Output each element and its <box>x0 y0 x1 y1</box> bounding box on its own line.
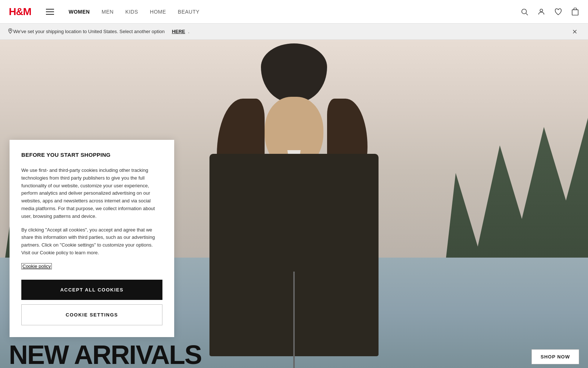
header-icons <box>520 8 579 16</box>
model-figure <box>206 40 382 356</box>
shipping-banner: We've set your shipping location to Unit… <box>0 24 588 40</box>
cookie-modal-title: BEFORE YOU START SHOPPING <box>21 152 162 158</box>
svg-point-4 <box>10 29 11 31</box>
wishlist-icon[interactable] <box>554 8 562 16</box>
site-header: H&M WOMEN MEN KIDS HOME BEAUTY <box>0 0 588 24</box>
svg-point-2 <box>540 9 542 11</box>
cookie-body-paragraph-2: By clicking "Accept all cookies", you ac… <box>21 226 162 257</box>
nav-item-home[interactable]: HOME <box>150 9 166 15</box>
nav-item-men[interactable]: MEN <box>101 9 114 15</box>
hm-logo[interactable]: H&M <box>9 6 31 18</box>
shipping-location-link[interactable]: HERE <box>172 29 185 34</box>
main-navigation: WOMEN MEN KIDS HOME BEAUTY <box>69 9 520 15</box>
cart-icon[interactable] <box>571 8 579 16</box>
model-jacket <box>209 154 379 356</box>
nav-item-kids[interactable]: KIDS <box>125 9 138 15</box>
svg-line-1 <box>526 13 528 15</box>
cookie-settings-button[interactable]: COOKIE SETTINGS <box>21 304 162 325</box>
svg-rect-3 <box>572 10 578 15</box>
nav-item-women[interactable]: WOMEN <box>69 9 90 15</box>
new-arrivals-heading: NEW ARRIVALS <box>9 342 201 368</box>
shipping-banner-text: We've set your shipping location to Unit… <box>13 29 569 34</box>
hamburger-menu-icon[interactable] <box>46 9 54 15</box>
logo-text: H&M <box>9 6 31 18</box>
cookie-policy-link[interactable]: Cookie policy <box>21 263 52 269</box>
hat-crown <box>261 43 327 102</box>
location-icon <box>7 28 13 35</box>
jacket-zipper <box>293 272 295 368</box>
search-icon[interactable] <box>520 8 528 16</box>
svg-point-0 <box>522 9 527 14</box>
shop-now-button[interactable]: SHOP NOW <box>531 349 579 364</box>
cookie-modal: BEFORE YOU START SHOPPING We use first- … <box>10 140 174 337</box>
account-icon[interactable] <box>537 8 545 16</box>
accept-all-cookies-button[interactable]: ACCEPT ALL COOKIES <box>21 280 162 300</box>
close-banner-button[interactable] <box>569 26 581 38</box>
cookie-body-paragraph-1: We use first- and third-party cookies in… <box>21 167 162 220</box>
nav-item-beauty[interactable]: BEAUTY <box>178 9 200 15</box>
